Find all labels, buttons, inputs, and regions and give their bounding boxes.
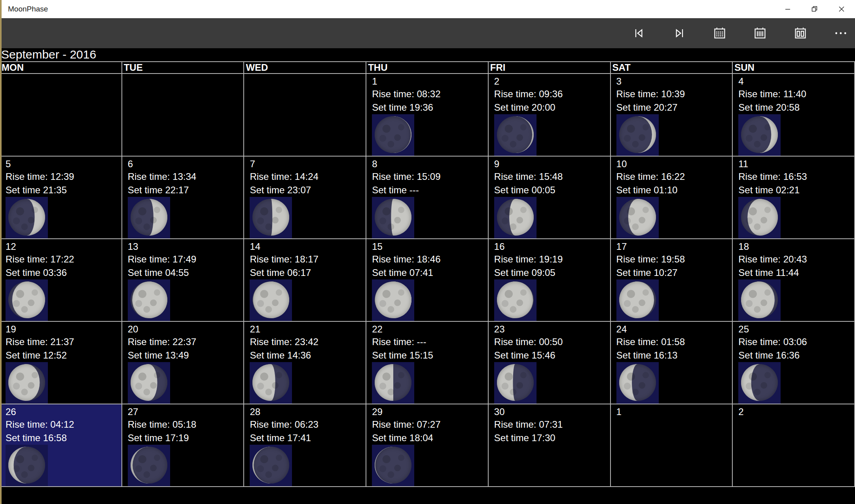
week-view-button[interactable]	[753, 26, 767, 40]
day-cell[interactable]: 2	[733, 404, 855, 487]
day-cell[interactable]: 16Rise time: 19:19Set time 09:05	[489, 239, 611, 322]
day-cell[interactable]: 20Rise time: 22:37Set time 13:49	[122, 322, 245, 404]
moon-disc	[375, 281, 411, 318]
day-number: 7	[250, 158, 366, 170]
day-header-thu: THU	[366, 62, 489, 74]
day-cell[interactable]	[0, 74, 122, 157]
day-cell[interactable]: 22Rise time: ---Set time 15:15	[366, 322, 489, 404]
day-number: 4	[738, 76, 854, 87]
day-cell[interactable]: 4Rise time: 11:40Set time 20:58	[733, 74, 855, 157]
restore-button[interactable]	[801, 0, 828, 18]
moon-texture	[252, 364, 289, 401]
moon-disc	[375, 364, 411, 401]
calendar-grid: MONTUEWEDTHUFRISATSUN1Rise time: 08:32Se…	[0, 61, 855, 486]
day-cell[interactable]: 2Rise time: 09:36Set time 20:00	[489, 74, 611, 157]
previous-month-button[interactable]	[632, 26, 646, 40]
day-cell[interactable]: 1	[611, 404, 733, 487]
set-time-text: Set time 10:27	[616, 266, 732, 279]
moon-disc	[131, 364, 167, 401]
rise-time-text: Rise time: 03:06	[738, 335, 854, 349]
day-number: 17	[616, 241, 732, 253]
calendar-week-icon	[753, 26, 767, 40]
minimize-button[interactable]	[774, 0, 801, 18]
moon-phase-image	[494, 197, 537, 239]
close-icon	[838, 6, 845, 13]
day-cell[interactable]: 14Rise time: 18:17Set time 06:17	[244, 239, 366, 322]
rise-time-text: Rise time: 16:22	[616, 170, 732, 183]
day-cell[interactable]: 11Rise time: 16:53Set time 02:21	[733, 157, 855, 239]
month-view-button[interactable]	[713, 26, 727, 40]
set-time-text: Set time 23:07	[250, 183, 366, 197]
rise-time-text: Rise time: 20:43	[738, 253, 854, 266]
moon-texture	[619, 199, 656, 236]
moon-disc	[8, 447, 45, 483]
day-cell[interactable]	[122, 74, 245, 157]
moon-phase-image	[128, 445, 170, 487]
rise-time-text: Rise time: 07:27	[372, 418, 488, 431]
day-number: 2	[494, 76, 610, 87]
more-button[interactable]	[834, 26, 848, 40]
set-time-text: Set time 20:27	[616, 101, 732, 114]
moon-texture	[8, 199, 45, 236]
moon-texture	[375, 116, 411, 153]
day-cell[interactable]: 30Rise time: 07:31Set time 17:30	[489, 404, 611, 487]
moon-phase-image	[372, 279, 414, 322]
day-cell[interactable]: 12Rise time: 17:22Set time 03:36	[0, 239, 122, 322]
day-cell[interactable]: 15Rise time: 18:46Set time 07:41	[366, 239, 489, 322]
day-cell[interactable]: 10Rise time: 16:22Set time 01:10	[611, 157, 733, 239]
close-button[interactable]	[828, 0, 855, 18]
day-cell[interactable]: 28Rise time: 06:23Set time 17:41	[244, 404, 366, 487]
day-cell[interactable]: 21Rise time: 23:42Set time 14:36	[244, 322, 366, 404]
day-cell[interactable]	[244, 74, 366, 157]
day-number: 26	[6, 406, 121, 418]
restore-icon	[811, 6, 818, 13]
day-cell[interactable]: 29Rise time: 07:27Set time 18:04	[366, 404, 489, 487]
moon-texture	[375, 199, 411, 236]
day-header-sun: SUN	[733, 62, 855, 74]
day-cell[interactable]: 8Rise time: 15:09Set time ---	[366, 157, 489, 239]
day-header-wed: WED	[244, 62, 366, 74]
day-cell[interactable]: 7Rise time: 14:24Set time 23:07	[244, 157, 366, 239]
day-cell[interactable]: 19Rise time: 21:37Set time 12:52	[0, 322, 122, 404]
day-cell[interactable]: 18Rise time: 20:43Set time 11:44	[733, 239, 855, 322]
day-number: 16	[494, 241, 610, 253]
moon-phase-image	[616, 279, 659, 322]
day-number: 21	[250, 323, 366, 335]
day-cell[interactable]: 1Rise time: 08:32Set time 19:36	[366, 74, 489, 157]
set-time-text: Set time 20:00	[494, 101, 610, 114]
day-cell[interactable]: 9Rise time: 15:48Set time 00:05	[489, 157, 611, 239]
moon-texture	[252, 447, 289, 483]
day-number: 11	[738, 158, 854, 170]
day-cell[interactable]: 26Rise time: 04:12Set time 16:58	[0, 404, 122, 487]
moon-disc	[741, 116, 778, 153]
day-number: 3	[616, 76, 732, 87]
set-time-text: Set time 17:41	[250, 431, 366, 445]
day-cell[interactable]: 17Rise time: 19:58Set time 10:27	[611, 239, 733, 322]
day-number: 15	[372, 241, 488, 253]
day-cell[interactable]: 3Rise time: 10:39Set time 20:27	[611, 74, 733, 157]
moon-disc	[741, 281, 778, 318]
rise-time-text: Rise time: 14:24	[250, 170, 366, 183]
moon-disc	[252, 281, 289, 318]
day-cell[interactable]: 24Rise time: 01:58Set time 16:13	[611, 322, 733, 404]
day-number: 10	[616, 158, 732, 170]
day-cell[interactable]: 13Rise time: 17:49Set time 04:55	[122, 239, 245, 322]
day-cell[interactable]: 27Rise time: 05:18Set time 17:19	[122, 404, 245, 487]
rise-time-text: Rise time: 13:34	[128, 170, 244, 183]
moon-disc	[252, 447, 289, 483]
day-view-button[interactable]	[793, 26, 808, 40]
day-number: 25	[738, 323, 854, 335]
moon-disc	[252, 364, 289, 401]
day-header-tue: TUE	[122, 62, 245, 74]
next-month-button[interactable]	[672, 26, 686, 40]
day-cell[interactable]: 5Rise time: 12:39Set time 21:35	[0, 157, 122, 239]
day-cell[interactable]: 23Rise time: 00:50Set time 15:46	[489, 322, 611, 404]
set-time-text: Set time 16:36	[738, 349, 854, 362]
rise-time-text: Rise time: 15:09	[372, 170, 488, 183]
rise-time-text: Rise time: 18:17	[250, 253, 366, 266]
day-cell[interactable]: 6Rise time: 13:34Set time 22:17	[122, 157, 245, 239]
moon-texture	[741, 364, 778, 401]
moon-texture	[619, 116, 656, 153]
day-number: 14	[250, 241, 366, 253]
day-cell[interactable]: 25Rise time: 03:06Set time 16:36	[733, 322, 855, 404]
